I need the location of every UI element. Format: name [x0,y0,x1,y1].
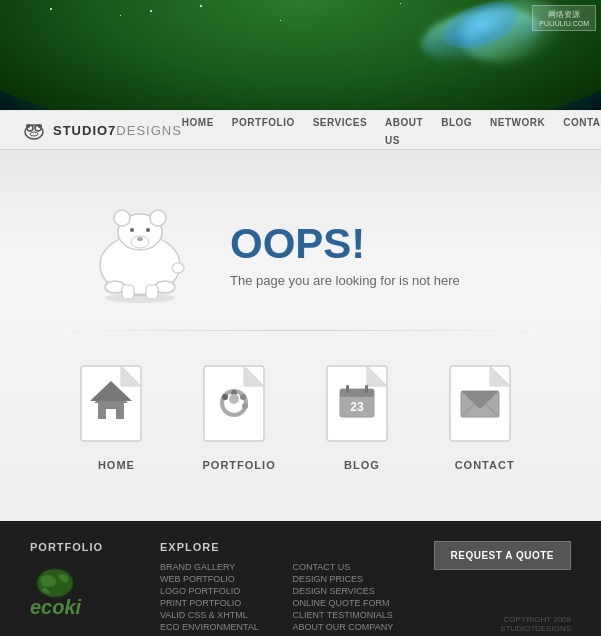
portfolio-doc-icon [199,361,279,451]
footer-explore-links: BRAND GALLERY WEB PORTFOLIO LOGO PORTFOL… [160,561,263,633]
svg-point-11 [137,237,143,241]
ecoki-logo[interactable]: ecoki [30,561,130,619]
contact-doc-icon [445,361,525,451]
svg-rect-41 [365,385,368,393]
svg-rect-40 [346,385,349,393]
footer-right-col: REQUEST A QUOTE COPYRIGHT 2008 STUDIO7DE… [434,541,571,633]
navbar: STUDIO7DESIGNS HOME PORTFOLIO SERVICES A… [0,110,601,150]
svg-point-5 [30,132,38,136]
nav-blog[interactable]: BLOG [441,112,472,148]
contact-link-3[interactable]: DESIGN SERVICES [293,585,404,597]
home-doc-icon [76,361,156,451]
contact-link-label: CONTACT [455,459,515,471]
footer-explore-col: EXPLORE BRAND GALLERY WEB PORTFOLIO LOGO… [160,541,263,633]
contact-link-1[interactable]: CONTACT US [293,561,404,573]
ecoki-text: ecoki [30,596,81,619]
svg-point-9 [150,210,166,226]
oops-title: OOPS! [230,223,460,265]
svg-point-17 [105,293,175,303]
quick-links: HOME PORTFOLIO [30,341,571,491]
explore-link-4[interactable]: PRINT PORTFOLIO [160,597,263,609]
footer-contact-spacer: . [293,541,404,553]
svg-point-32 [242,403,248,409]
oops-subtitle: The page you are looking for is not here [230,273,460,288]
error-section: OOPS! The page you are looking for is no… [30,170,571,330]
contact-link-6[interactable]: ABOUT OUR COMPANY [293,621,404,633]
portfolio-link-label: PORTFOLIO [203,459,276,471]
nav-services[interactable]: SERVICES [313,112,367,148]
footer-contact-col: . CONTACT US DESIGN PRICES DESIGN SERVIC… [293,541,404,633]
logo-text: STUDIO7DESIGNS [53,123,182,138]
contact-link-4[interactable]: ONLINE QUOTE FORM [293,597,404,609]
divider [60,330,541,331]
svg-rect-39 [340,389,374,397]
svg-point-13 [146,228,150,232]
copyright-text: COPYRIGHT 2008 STUDIO7DESIGNS [434,615,571,633]
watermark: 网络资源 PULIULIU.COM [532,5,596,31]
error-text: OOPS! The page you are looking for is no… [230,213,460,288]
svg-rect-19 [146,285,158,299]
quick-link-blog[interactable]: 23 BLOG [316,361,409,471]
explore-link-6[interactable]: ECO ENVIRONMENTAL [160,621,263,633]
main-content: OOPS! The page you are looking for is no… [0,150,601,521]
blog-doc-icon: 23 [322,361,402,451]
svg-rect-18 [122,285,134,299]
quick-link-home[interactable]: HOME [70,361,163,471]
contact-link-2[interactable]: DESIGN PRICES [293,573,404,585]
footer-contact-links: CONTACT US DESIGN PRICES DESIGN SERVICES… [293,561,404,633]
explore-link-1[interactable]: BRAND GALLERY [160,561,263,573]
home-link-label: HOME [98,459,135,471]
explore-link-2[interactable]: WEB PORTFOLIO [160,573,263,585]
polar-bear-icon [70,190,210,310]
nav-portfolio[interactable]: PORTFOLIO [232,112,295,148]
nav-contact[interactable]: CONTACT [563,112,601,148]
footer-explore-heading: EXPLORE [160,541,263,553]
nav-home[interactable]: HOME [182,112,214,148]
logo[interactable]: STUDIO7DESIGNS [20,119,182,141]
footer-portfolio-heading: PORTFOLIO [30,541,130,553]
footer: PORTFOLIO ecoki EXPLORE BRAND GALLERY WE… [0,521,601,636]
svg-point-31 [240,394,246,400]
svg-point-8 [114,210,130,226]
hero-section: 网络资源 PULIULIU.COM [0,0,601,110]
quick-link-contact[interactable]: CONTACT [438,361,531,471]
quick-link-portfolio[interactable]: PORTFOLIO [193,361,286,471]
svg-text:23: 23 [350,400,364,414]
explore-link-5[interactable]: VALID CSS & XHTML [160,609,263,621]
footer-portfolio-col: PORTFOLIO ecoki [30,541,130,633]
svg-point-16 [172,263,184,273]
explore-link-3[interactable]: LOGO PORTFOLIO [160,585,263,597]
svg-point-12 [130,228,134,232]
svg-point-33 [222,394,228,400]
blog-link-label: BLOG [344,459,380,471]
ecoki-globe-icon [30,561,80,601]
nav-about[interactable]: ABOUT US [385,112,423,148]
nav-network[interactable]: NETWORK [490,112,545,148]
svg-point-34 [229,394,239,404]
logo-bear-icon [20,119,48,141]
contact-link-5[interactable]: CLIENT TESTIMONIALS [293,609,404,621]
request-quote-button[interactable]: REQUEST A QUOTE [434,541,571,570]
nav-links: HOME PORTFOLIO SERVICES ABOUT US BLOG NE… [182,112,601,148]
